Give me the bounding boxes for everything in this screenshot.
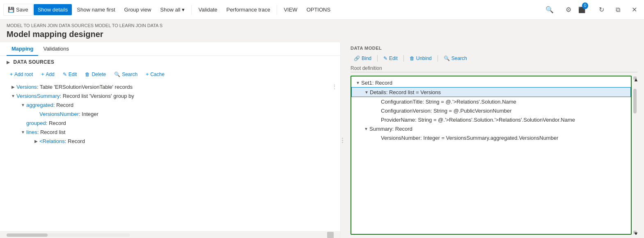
cache-button[interactable]: + Cache bbox=[142, 70, 168, 79]
settings-icon-button[interactable]: ⚙ bbox=[562, 3, 575, 16]
performance-trace-button[interactable]: Performance trace bbox=[222, 4, 274, 15]
show-name-first-button[interactable]: Show name first bbox=[73, 4, 119, 15]
unbind-button[interactable]: 🗑 Unbind bbox=[406, 54, 435, 63]
dm-tree-item[interactable]: ConfigurationTitle: String = @.'>Relatio… bbox=[351, 97, 631, 106]
dm-tree-item-label: VersionsNumber: Integer = VersionsSummar… bbox=[381, 135, 628, 141]
group-view-button[interactable]: Group view bbox=[120, 4, 156, 15]
dm-tree-item[interactable]: ▼ Set1: Record bbox=[351, 78, 631, 87]
show-all-button[interactable]: Show all ▾ bbox=[156, 4, 189, 15]
dm-tree-item[interactable]: ConfigurationVersion: String = @.PublicV… bbox=[351, 106, 631, 115]
tree-item[interactable]: ▶ Versions: Table 'ERSolutionVersionTabl… bbox=[0, 82, 340, 91]
data-model-toolbar: 🔗 Bind ✎ Edit 🗑 Unbind 🔍 Search bbox=[351, 54, 637, 63]
dm-search-button[interactable]: 🔍 Search bbox=[440, 54, 470, 63]
tree-chevron-spacer bbox=[20, 120, 26, 126]
add-button[interactable]: + Add bbox=[38, 70, 57, 79]
global-search-icon[interactable]: 🔍 bbox=[545, 6, 554, 14]
left-panel: Mapping Validations ▶ DATA SOURCES + Add… bbox=[0, 42, 341, 238]
dm-tree-item-label: Details: Record list = Versions bbox=[370, 89, 627, 95]
dm-toolbar-separator bbox=[377, 55, 378, 62]
scroll-down-button[interactable]: ▼ bbox=[633, 231, 637, 234]
validate-button[interactable]: Validate bbox=[194, 4, 221, 15]
delete-button[interactable]: 🗑 Delete bbox=[82, 70, 109, 79]
office-icon-button[interactable]: ⬛ 0 bbox=[578, 3, 591, 16]
tree-chevron-icon: ▼ bbox=[10, 92, 16, 99]
tree-item-label: lines: Record list bbox=[26, 129, 340, 135]
page-title: Model mapping designer bbox=[0, 28, 644, 42]
close-icon-button[interactable]: ✕ bbox=[628, 3, 641, 16]
scroll-up-button[interactable]: ▲ bbox=[633, 76, 637, 80]
dm-tree-item[interactable]: ▼ Details: Record list = Versions bbox=[351, 87, 631, 97]
right-panel: DATA MODEL 🔗 Bind ✎ Edit 🗑 Unbind bbox=[344, 42, 644, 238]
view-button[interactable]: VIEW bbox=[280, 4, 301, 15]
tree-item[interactable]: grouped: Record bbox=[0, 118, 340, 127]
ds-header-label: DATA SOURCES bbox=[14, 59, 55, 65]
bind-button[interactable]: 🔗 Bind bbox=[351, 54, 375, 63]
toolbar-separator-2 bbox=[277, 5, 277, 15]
tree-chevron-spacer bbox=[374, 107, 381, 114]
dm-tree-item-label: Summary: Record bbox=[369, 126, 628, 132]
tree-chevron-spacer bbox=[374, 134, 381, 141]
tree-chevron-spacer bbox=[374, 98, 381, 105]
toolbar-separator-1 bbox=[191, 5, 192, 15]
tree-item-label: grouped: Record bbox=[26, 120, 340, 126]
show-details-label: Show details bbox=[38, 7, 68, 13]
delete-trash-icon: 🗑 bbox=[85, 72, 90, 77]
show-name-first-label: Show name first bbox=[77, 7, 115, 13]
restore-icon-button[interactable]: ⧉ bbox=[611, 3, 624, 16]
dm-tree-item[interactable]: ProviderName: String = @.'>Relations'.So… bbox=[351, 115, 631, 124]
data-sources-toolbar: + Add root + Add ✎ Edit 🗑 Delete bbox=[0, 68, 340, 81]
tree-item[interactable]: ▼ aggregated: Record bbox=[0, 100, 340, 109]
search-icon: 🔍 bbox=[114, 72, 120, 77]
dm-edit-button[interactable]: ✎ Edit bbox=[380, 54, 401, 63]
ds-header-chevron-icon[interactable]: ▶ bbox=[7, 60, 10, 65]
dm-tree-item-label: ProviderName: String = @.'>Relations'.So… bbox=[381, 117, 628, 123]
dm-edit-icon: ✎ bbox=[383, 55, 387, 61]
tree-chevron-spacer bbox=[374, 116, 381, 123]
v-scroll-thumb bbox=[633, 89, 637, 113]
tree-chevron-icon: ▶ bbox=[10, 83, 16, 90]
panel-splitter[interactable] bbox=[341, 42, 344, 238]
view-label: VIEW bbox=[284, 7, 297, 13]
data-model-header: DATA MODEL bbox=[351, 46, 637, 51]
main-toolbar: 💾 Save Show details Show name first Grou… bbox=[0, 0, 644, 20]
tree-item-label: aggregated: Record bbox=[26, 102, 340, 108]
add-root-plus-icon: + bbox=[10, 72, 13, 77]
tree-item-label: Versions: Table 'ERSolutionVersionTable'… bbox=[16, 84, 332, 90]
tree-item[interactable]: ▼ lines: Record list bbox=[0, 127, 340, 136]
show-details-button[interactable]: Show details bbox=[34, 4, 72, 15]
scroll-track bbox=[7, 233, 130, 237]
tree-item[interactable]: VersionsNumber: Integer bbox=[0, 109, 340, 118]
tree-item-label: VersionsNumber: Integer bbox=[39, 111, 340, 117]
group-view-label: Group view bbox=[124, 7, 151, 13]
dm-tree-item[interactable]: ▼ Summary: Record bbox=[351, 124, 631, 133]
root-definition-label: Root definition bbox=[351, 65, 637, 72]
main-split: Mapping Validations ▶ DATA SOURCES + Add… bbox=[0, 42, 644, 238]
dm-tree-item-label: Set1: Record bbox=[361, 80, 628, 86]
edit-pencil-icon: ✎ bbox=[63, 72, 67, 77]
scroll-thumb bbox=[7, 233, 48, 237]
dm-toolbar-separator2 bbox=[403, 55, 404, 62]
performance-trace-label: Performance trace bbox=[226, 7, 270, 13]
data-sources-tree: ▶ Versions: Table 'ERSolutionVersionTabl… bbox=[0, 81, 340, 231]
dm-tree-item-label: ConfigurationVersion: String = @.PublicV… bbox=[381, 108, 628, 114]
add-plus-icon: + bbox=[41, 72, 44, 77]
add-root-button[interactable]: + Add root bbox=[7, 70, 36, 79]
edit-button[interactable]: ✎ Edit bbox=[60, 70, 80, 79]
search-button[interactable]: 🔍 Search bbox=[111, 70, 141, 79]
splitter-handle bbox=[342, 138, 343, 143]
save-button[interactable]: 💾 Save bbox=[3, 4, 33, 16]
tabs: Mapping Validations bbox=[0, 42, 340, 56]
dm-toolbar-separator3 bbox=[438, 55, 438, 62]
scroll-end-button[interactable] bbox=[327, 232, 334, 238]
tree-item[interactable]: ▶ <Relations: Record bbox=[0, 136, 340, 146]
tab-mapping[interactable]: Mapping bbox=[7, 42, 38, 56]
tab-validations[interactable]: Validations bbox=[38, 42, 74, 56]
vertical-scrollbar[interactable]: ▲ ▼ bbox=[633, 76, 637, 235]
tree-item[interactable]: ▼ VersionsSummary: Record list 'Versions… bbox=[0, 91, 340, 100]
unbind-trash-icon: 🗑 bbox=[410, 55, 415, 61]
options-button[interactable]: OPTIONS bbox=[303, 4, 335, 15]
horizontal-scrollbar[interactable] bbox=[0, 231, 340, 238]
dm-tree-item[interactable]: VersionsNumber: Integer = VersionsSummar… bbox=[351, 133, 631, 142]
tree-chevron-icon: ▼ bbox=[20, 129, 26, 135]
refresh-icon-button[interactable]: ↻ bbox=[595, 3, 608, 16]
